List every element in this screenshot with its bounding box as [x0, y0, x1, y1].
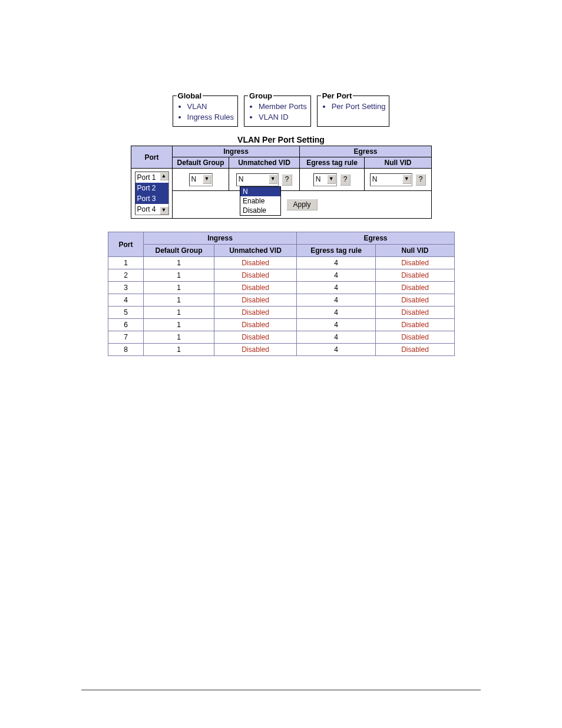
status-table: Port Ingress Egress Default Group Unmatc… [108, 232, 455, 356]
unmatched-vid-select-value: N [237, 174, 246, 185]
null-vid-select-value: N [371, 174, 379, 185]
nav-fieldsets-row: Global VLAN Ingress Rules Group Member P… [0, 91, 562, 127]
status-cell-unmatched-vid: Disabled [214, 294, 297, 307]
status-row: 81Disabled4Disabled [108, 344, 455, 356]
status-row: 51Disabled4Disabled [108, 307, 455, 319]
status-cell-port: 5 [108, 307, 144, 319]
status-cell-unmatched-vid: Disabled [214, 319, 297, 331]
group-legend: Group [248, 91, 273, 100]
nav-link-member-ports[interactable]: Member Ports [259, 101, 307, 112]
status-cell-port: 3 [108, 282, 144, 294]
group-fieldset: Group Member Ports VLAN ID [244, 91, 311, 127]
unmatched-vid-dropdown-panel[interactable]: N Enable Disable [240, 186, 281, 216]
section-title: VLAN Per Port Setting [0, 135, 562, 144]
status-header-egress: Egress [297, 232, 455, 245]
config-table: Port Ingress Egress Default Group Unmatc… [131, 146, 432, 219]
status-cell-unmatched-vid: Disabled [214, 344, 297, 356]
port-option-2[interactable]: Port 2 [135, 183, 168, 193]
config-header-unmatched-vid: Unmatched VID [229, 157, 300, 169]
port-multiselect[interactable]: ▲ Port 1 Port 2 Port 3 Port 4 ▼ [135, 172, 169, 215]
status-cell-unmatched-vid: Disabled [214, 282, 297, 294]
egress-tag-rule-select[interactable]: N ▼ [313, 173, 337, 186]
status-cell-egress-tag-rule: 4 [297, 282, 376, 294]
status-cell-egress-tag-rule: 4 [297, 331, 376, 344]
port-option-3[interactable]: Port 3 [135, 193, 168, 204]
unmatched-vid-option-n[interactable]: N [240, 187, 280, 196]
status-header-null-vid: Null VID [376, 245, 455, 257]
footer-divider [81, 690, 481, 690]
status-cell-default-group: 1 [144, 331, 214, 344]
status-row: 41Disabled4Disabled [108, 294, 455, 307]
global-legend: Global [177, 91, 203, 100]
status-cell-unmatched-vid: Disabled [214, 331, 297, 344]
nav-link-vlan[interactable]: VLAN [187, 101, 234, 112]
status-row: 21Disabled4Disabled [108, 269, 455, 282]
unmatched-vid-option-enable[interactable]: Enable [240, 196, 280, 206]
perport-fieldset: Per Port Per Port Setting [317, 91, 390, 127]
status-cell-default-group: 1 [144, 269, 214, 282]
status-cell-egress-tag-rule: 4 [297, 307, 376, 319]
status-cell-egress-tag-rule: 4 [297, 344, 376, 356]
status-cell-egress-tag-rule: 4 [297, 257, 376, 269]
status-cell-port: 7 [108, 331, 144, 344]
egress-tag-rule-help-button[interactable]: ? [340, 174, 351, 186]
chevron-down-icon[interactable]: ▼ [402, 174, 411, 184]
status-cell-port: 2 [108, 269, 144, 282]
config-header-default-group: Default Group [173, 157, 229, 169]
status-cell-null-vid: Disabled [376, 294, 455, 307]
status-cell-port: 6 [108, 319, 144, 331]
chevron-down-icon[interactable]: ▼ [269, 174, 277, 184]
status-cell-default-group: 1 [144, 294, 214, 307]
status-cell-default-group: 1 [144, 282, 214, 294]
status-cell-null-vid: Disabled [376, 344, 455, 356]
status-cell-egress-tag-rule: 4 [297, 294, 376, 307]
status-header-unmatched-vid: Unmatched VID [214, 245, 297, 257]
status-row: 31Disabled4Disabled [108, 282, 455, 294]
status-cell-egress-tag-rule: 4 [297, 319, 376, 331]
perport-legend: Per Port [321, 91, 353, 100]
config-header-ingress: Ingress [173, 146, 300, 157]
status-row: 61Disabled4Disabled [108, 319, 455, 331]
config-header-port: Port [131, 146, 173, 169]
port-multiselect-scroll-up-button[interactable]: ▲ [160, 172, 168, 180]
status-cell-port: 4 [108, 294, 144, 307]
status-cell-egress-tag-rule: 4 [297, 269, 376, 282]
status-header-ingress: Ingress [144, 232, 297, 245]
config-header-egress-tag-rule: Egress tag rule [300, 157, 365, 169]
chevron-down-icon[interactable]: ▼ [203, 174, 211, 184]
status-cell-null-vid: Disabled [376, 257, 455, 269]
status-cell-null-vid: Disabled [376, 307, 455, 319]
apply-button[interactable]: Apply [286, 199, 317, 210]
status-header-egress-tag-rule: Egress tag rule [297, 245, 376, 257]
status-cell-default-group: 1 [144, 319, 214, 331]
status-cell-null-vid: Disabled [376, 269, 455, 282]
unmatched-vid-option-disable[interactable]: Disable [240, 206, 280, 215]
status-cell-null-vid: Disabled [376, 282, 455, 294]
status-cell-default-group: 1 [144, 307, 214, 319]
status-cell-default-group: 1 [144, 344, 214, 356]
default-group-select[interactable]: N ▼ [189, 173, 213, 186]
status-cell-null-vid: Disabled [376, 331, 455, 344]
nav-link-per-port-setting[interactable]: Per Port Setting [332, 101, 386, 112]
config-header-egress: Egress [300, 146, 432, 157]
nav-link-ingress-rules[interactable]: Ingress Rules [187, 112, 234, 123]
nav-link-vlan-id[interactable]: VLAN ID [259, 112, 307, 123]
null-vid-help-button[interactable]: ? [415, 174, 426, 186]
status-row: 11Disabled4Disabled [108, 257, 455, 269]
status-cell-unmatched-vid: Disabled [214, 269, 297, 282]
chevron-down-icon[interactable]: ▼ [327, 174, 336, 184]
global-fieldset: Global VLAN Ingress Rules [173, 91, 238, 127]
status-cell-port: 8 [108, 344, 144, 356]
unmatched-vid-help-button[interactable]: ? [282, 174, 292, 186]
status-cell-unmatched-vid: Disabled [214, 257, 297, 269]
unmatched-vid-select[interactable]: N ▼ [236, 173, 279, 186]
null-vid-select[interactable]: N ▼ [370, 173, 412, 186]
status-row: 71Disabled4Disabled [108, 331, 455, 344]
status-header-default-group: Default Group [144, 245, 214, 257]
status-header-port: Port [108, 232, 144, 257]
config-header-null-vid: Null VID [365, 157, 432, 169]
status-cell-port: 1 [108, 257, 144, 269]
port-multiselect-scroll-down-button[interactable]: ▼ [160, 206, 168, 215]
status-cell-null-vid: Disabled [376, 319, 455, 331]
default-group-select-value: N [190, 174, 199, 185]
